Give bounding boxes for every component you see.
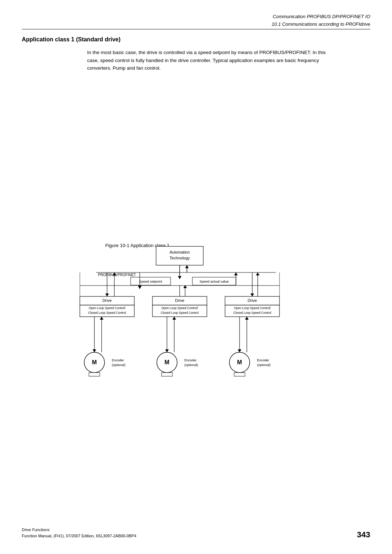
svg-text:Drive: Drive (248, 298, 257, 303)
header-line1: Communication PROFIBUS DP/PROFINET IO (271, 13, 370, 21)
header-line2: 10.1 Communications according to PROFIdr… (271, 21, 370, 28)
svg-text:PROFIBUS/PROFINET: PROFIBUS/PROFINET (98, 273, 136, 277)
svg-text:(optional): (optional) (112, 363, 126, 367)
svg-rect-62 (162, 373, 172, 376)
header-divider (22, 29, 370, 29)
main-content: Application class 1 (Standard drive) In … (22, 36, 370, 410)
footer-line1: Drive Functions (22, 527, 370, 533)
page-number: 343 (357, 530, 370, 539)
svg-text:Encoder: Encoder (112, 358, 124, 362)
svg-marker-56 (172, 317, 176, 320)
svg-marker-8 (185, 265, 189, 268)
svg-text:Technology: Technology (170, 256, 190, 260)
svg-rect-63 (234, 373, 245, 376)
svg-text:Speed setpoint: Speed setpoint (139, 279, 162, 283)
svg-text:Encoder: Encoder (184, 358, 197, 362)
svg-text:Speed actual value: Speed actual value (200, 279, 229, 283)
svg-text:(optional): (optional) (184, 363, 198, 367)
svg-text:Open Loop Speed Control/: Open Loop Speed Control/ (234, 306, 271, 310)
footer-line2: Function Manual, (FH1), 07/2007 Edition,… (22, 533, 370, 539)
svg-text:Automation: Automation (170, 250, 190, 254)
svg-marker-16 (234, 272, 238, 275)
svg-marker-54 (165, 349, 169, 352)
footer-left: Drive Functions Function Manual, (FH1), … (22, 527, 370, 539)
svg-text:Open Loop Speed Control/: Open Loop Speed Control/ (89, 306, 126, 310)
svg-marker-60 (245, 317, 249, 320)
svg-rect-61 (89, 373, 100, 376)
svg-marker-50 (93, 349, 96, 352)
page-footer: Drive Functions Function Manual, (FH1), … (22, 527, 370, 539)
svg-text:M: M (237, 359, 242, 365)
svg-marker-52 (100, 317, 103, 320)
svg-text:Closed Loop Speed Control: Closed Loop Speed Control (161, 311, 199, 315)
page-header: Communication PROFIBUS DP/PROFINET IO 10… (271, 13, 370, 28)
svg-text:Encoder: Encoder (257, 358, 269, 362)
svg-marker-33 (105, 294, 109, 296)
svg-text:Drive: Drive (175, 298, 184, 303)
intro-paragraph: In the most basic case, the drive is con… (87, 49, 334, 72)
svg-marker-14 (138, 286, 142, 289)
svg-marker-6 (178, 276, 181, 279)
application-class-diagram: Automation Technology PROFIBUS/PROFINET … (58, 243, 330, 410)
svg-marker-58 (238, 349, 241, 352)
svg-text:Drive: Drive (102, 298, 112, 303)
svg-text:M: M (164, 359, 169, 365)
svg-marker-36 (250, 294, 254, 296)
svg-marker-42 (256, 272, 260, 275)
svg-text:Open Loop Speed Control/: Open Loop Speed Control/ (161, 306, 198, 310)
svg-text:M: M (92, 359, 97, 365)
section-title: Application class 1 (Standard drive) (22, 36, 370, 43)
svg-text:Closed Loop Speed Control: Closed Loop Speed Control (88, 311, 126, 315)
svg-text:Closed Loop Speed Control: Closed Loop Speed Control (233, 311, 271, 315)
diagram-container: Automation Technology PROFIBUS/PROFINET … (58, 243, 330, 410)
svg-text:(optional): (optional) (257, 363, 271, 367)
